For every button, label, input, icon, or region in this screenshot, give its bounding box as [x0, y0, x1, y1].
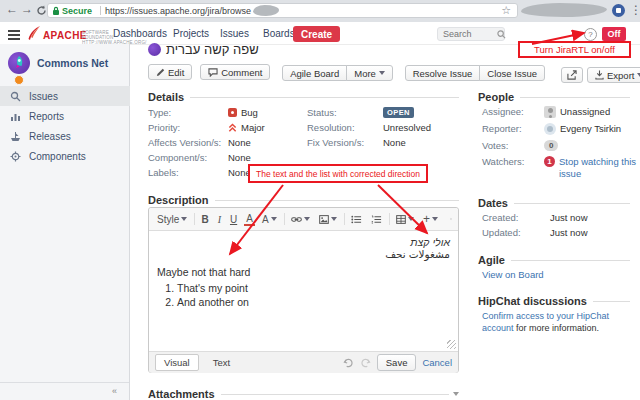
link-button[interactable]: [289, 215, 312, 224]
priority-major-icon: [228, 123, 237, 133]
nav-dashboards[interactable]: Dashboards: [113, 28, 167, 39]
stop-watching-link[interactable]: Stop watching this issue: [559, 156, 640, 180]
share-button[interactable]: [561, 67, 583, 83]
create-button[interactable]: Create: [293, 26, 340, 42]
undo-icon[interactable]: [343, 358, 354, 368]
sidebar-divider: [0, 382, 129, 383]
collapse-section-icon[interactable]: [453, 392, 459, 396]
close-issue-button[interactable]: Close Issue: [479, 65, 545, 81]
bold-button[interactable]: B: [199, 214, 210, 225]
list-item: And another on: [177, 296, 458, 309]
bullet-list-button[interactable]: [349, 215, 364, 224]
resize-handle-icon[interactable]: [447, 340, 456, 349]
bookmark-star-icon[interactable]: ☆: [501, 4, 511, 17]
sidebar-item-issues[interactable]: Issues: [0, 86, 130, 106]
votes-badge[interactable]: 0: [544, 140, 558, 151]
assignee-row: Assignee: Unassigned: [482, 106, 610, 118]
sidebar-item-releases[interactable]: Releases: [0, 126, 130, 146]
reporter-row: Reporter: Evgeny Tsirkin: [482, 123, 621, 135]
insert-image-button[interactable]: [317, 215, 339, 224]
nav-issues[interactable]: Issues: [220, 28, 249, 39]
agile-heading: Agile: [478, 254, 630, 266]
rtl-text-block: אולי קצת مشغولات نحف: [149, 231, 458, 260]
italic-button[interactable]: I: [216, 214, 223, 225]
help-icon[interactable]: ?: [584, 28, 597, 41]
insert-table-button[interactable]: [394, 215, 416, 224]
back-icon[interactable]: ←: [6, 2, 18, 16]
votes-row: Votes: 0: [482, 140, 558, 151]
bar-chart-icon: [10, 111, 21, 122]
style-dropdown[interactable]: Style: [155, 214, 189, 225]
sidebar-item-reports[interactable]: Reports: [0, 106, 130, 126]
detail-row-component: Component/s:None: [148, 151, 251, 164]
bug-icon: [228, 108, 237, 117]
apache-logo-text: APACHE: [43, 30, 87, 41]
cancel-link[interactable]: Cancel: [422, 357, 452, 368]
url-redaction-mask: [253, 5, 279, 16]
issues-search-icon: [10, 91, 21, 102]
forward-icon[interactable]: →: [21, 2, 33, 16]
bullet-list-icon: [351, 215, 362, 224]
redo-icon[interactable]: [360, 358, 371, 368]
updated-row: Updated:Just now: [482, 227, 588, 238]
list-item: That's my point: [177, 282, 458, 295]
description-editor: Style B I U A A + אולי: [148, 207, 459, 373]
sidebar-item-label: Reports: [29, 111, 64, 122]
hipchat-text: Confirm access to your HipChat account f…: [482, 310, 632, 334]
chevron-down-icon: [181, 217, 187, 221]
project-name: Commons Net: [37, 57, 108, 69]
comment-button[interactable]: Comment: [200, 64, 270, 80]
resolve-issue-button[interactable]: Resolve Issue: [405, 65, 481, 81]
sidebar-item-components[interactable]: Components: [0, 146, 130, 166]
numbered-list-button[interactable]: [369, 215, 384, 224]
hamburger-menu-icon[interactable]: [8, 28, 20, 42]
image-icon: [319, 215, 329, 224]
search-input[interactable]: [441, 28, 497, 40]
numbered-list: That's my point And another on: [159, 282, 458, 309]
save-button[interactable]: Save: [377, 354, 417, 371]
pencil-icon: [156, 68, 165, 77]
attachments-heading: Attachments: [148, 388, 459, 400]
text-color-button[interactable]: A: [244, 213, 255, 226]
extension-icon[interactable]: [612, 4, 625, 17]
text-tab[interactable]: Text: [205, 355, 238, 370]
view-on-board-link[interactable]: View on Board: [482, 269, 544, 280]
issue-title: שפה קשה עברית: [166, 42, 259, 57]
search-icon: [497, 30, 506, 39]
hipchat-heading: HipChat discussions: [478, 295, 630, 307]
editor-toolbar: Style B I U A A +: [149, 208, 458, 231]
apache-feather-icon: [27, 25, 42, 41]
chevron-down-icon: [271, 217, 277, 221]
chevron-down-icon: [304, 217, 310, 221]
nav-projects[interactable]: Projects: [173, 28, 209, 39]
nav-boards[interactable]: Boards: [263, 28, 295, 39]
sidebar-collapse-icon[interactable]: «: [112, 386, 117, 396]
agile-board-button[interactable]: Agile Board: [282, 65, 347, 81]
issue-type-avatar: [148, 43, 161, 56]
more-button[interactable]: More: [346, 65, 393, 81]
insert-more-button[interactable]: +: [421, 212, 440, 226]
reporter-name[interactable]: Evgeny Tsirkin: [560, 123, 621, 134]
detail-row-fix-version: Fix Version/s:None: [307, 136, 406, 149]
detail-row-priority: Priority: Major: [148, 121, 265, 134]
font-size-dropdown[interactable]: A: [260, 214, 279, 225]
project-avatar[interactable]: [8, 52, 30, 74]
table-icon: [396, 215, 406, 224]
detail-row-resolution: Resolution:Unresolved: [307, 121, 431, 134]
refresh-icon[interactable]: [36, 5, 47, 16]
rtl-line-1: אולי קצת: [157, 236, 450, 248]
sidebar-item-label: Components: [29, 151, 86, 162]
people-heading: People: [478, 91, 630, 103]
reporter-avatar: [544, 123, 556, 135]
editor-footer: Visual Text Save Cancel: [149, 351, 458, 373]
export-button[interactable]: Export: [587, 67, 640, 83]
visual-tab[interactable]: Visual: [155, 354, 199, 371]
browser-menu-icon[interactable]: ⋮: [630, 3, 640, 17]
underline-button[interactable]: U: [228, 214, 239, 225]
edit-button[interactable]: Edit: [148, 64, 192, 80]
editor-content[interactable]: אולי קצת مشغولات نحف Maybe not that hard…: [149, 231, 458, 351]
search-box[interactable]: [437, 27, 505, 41]
editor-shortcuts-icon[interactable]: [450, 215, 452, 223]
jirartl-toggle-button[interactable]: Off: [602, 27, 626, 41]
url-bar[interactable]: Secure https://issues.apache.org/jira/br…: [47, 3, 518, 18]
